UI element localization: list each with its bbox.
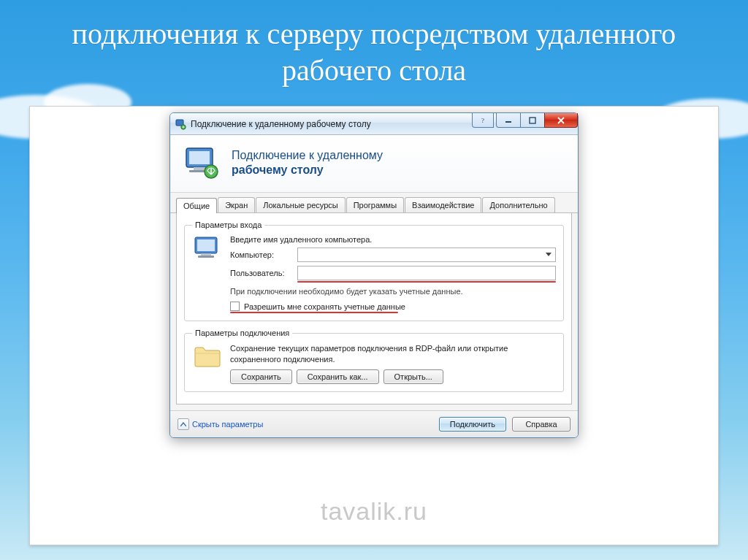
tab-experience[interactable]: Взаимодействие <box>405 197 481 212</box>
banner: Подключение к удаленному рабочему столу <box>170 135 578 193</box>
titlebar[interactable]: Подключение к удаленному рабочему столу … <box>170 113 578 135</box>
help-footer-button[interactable]: Справка <box>512 417 570 431</box>
svg-rect-3 <box>505 121 511 123</box>
help-button[interactable]: ? <box>472 113 494 128</box>
close-button[interactable] <box>544 113 578 128</box>
rdp-window: Подключение к удаленному рабочему столу … <box>169 112 579 438</box>
svg-rect-7 <box>194 167 205 170</box>
connection-group: Параметры подключения Сохранение текущих… <box>184 329 564 392</box>
computer-input[interactable] <box>297 248 556 262</box>
save-button[interactable]: Сохранить <box>230 369 292 384</box>
computer-label: Компьютер: <box>230 250 291 259</box>
hide-options-link[interactable]: Скрыть параметры <box>178 418 263 430</box>
save-credentials-label: Разрешить мне сохранять учетные данные <box>244 302 405 311</box>
login-group: Параметры входа Введите имя удаленного к… <box>184 220 564 321</box>
tab-advanced[interactable]: Дополнительно <box>482 197 554 212</box>
user-label: Пользователь: <box>230 269 291 277</box>
rdp-app-icon <box>175 118 186 130</box>
highlight-underline-2 <box>230 312 398 313</box>
connect-button[interactable]: Подключить <box>439 417 506 431</box>
connection-note: Сохранение текущих параметров подключени… <box>230 343 556 365</box>
computer-icon <box>192 235 223 313</box>
svg-rect-6 <box>189 151 210 164</box>
save-credentials-checkbox[interactable] <box>230 302 240 311</box>
connection-legend: Параметры подключения <box>192 329 292 337</box>
user-input[interactable] <box>297 266 556 280</box>
rdp-banner-icon <box>182 145 223 180</box>
minimize-button[interactable] <box>496 113 521 128</box>
svg-rect-13 <box>198 256 214 258</box>
banner-line1: Подключение к удаленному <box>232 148 383 163</box>
tab-local-resources[interactable]: Локальные ресурсы <box>256 197 345 212</box>
tab-general[interactable]: Общие <box>176 198 217 213</box>
svg-rect-11 <box>197 239 215 251</box>
folder-icon <box>192 343 223 384</box>
tab-display[interactable]: Экран <box>218 197 255 212</box>
highlight-underline <box>297 281 556 283</box>
window-footer: Скрыть параметры Подключить Справка <box>170 410 578 437</box>
watermark: tavalik.ru <box>30 497 718 526</box>
slide-title: подключения к серверу посредством удален… <box>0 0 748 89</box>
tab-content: Параметры входа Введите имя удаленного к… <box>176 213 572 404</box>
maximize-button[interactable] <box>520 113 545 128</box>
svg-rect-4 <box>530 118 535 123</box>
chevron-up-icon <box>178 418 189 430</box>
hide-options-text: Скрыть параметры <box>192 420 263 429</box>
window-title: Подключение к удаленному рабочему столу <box>191 119 371 129</box>
open-button[interactable]: Открыть... <box>383 369 443 384</box>
login-note: При подключении необходимо будет указать… <box>230 287 556 296</box>
login-legend: Параметры входа <box>192 220 264 229</box>
slide-frame: Подключение к удаленному рабочему столу … <box>29 106 719 545</box>
svg-text:?: ? <box>481 117 484 124</box>
banner-line2: рабочему столу <box>232 163 383 177</box>
svg-rect-12 <box>201 253 211 256</box>
tab-programs[interactable]: Программы <box>346 197 404 212</box>
computer-combo[interactable] <box>297 248 556 262</box>
login-instruction: Введите имя удаленного компьютера. <box>230 235 556 244</box>
tab-strip: Общие Экран Локальные ресурсы Программы … <box>170 193 578 213</box>
banner-text: Подключение к удаленному рабочему столу <box>232 148 383 177</box>
save-as-button[interactable]: Сохранить как... <box>297 369 379 384</box>
